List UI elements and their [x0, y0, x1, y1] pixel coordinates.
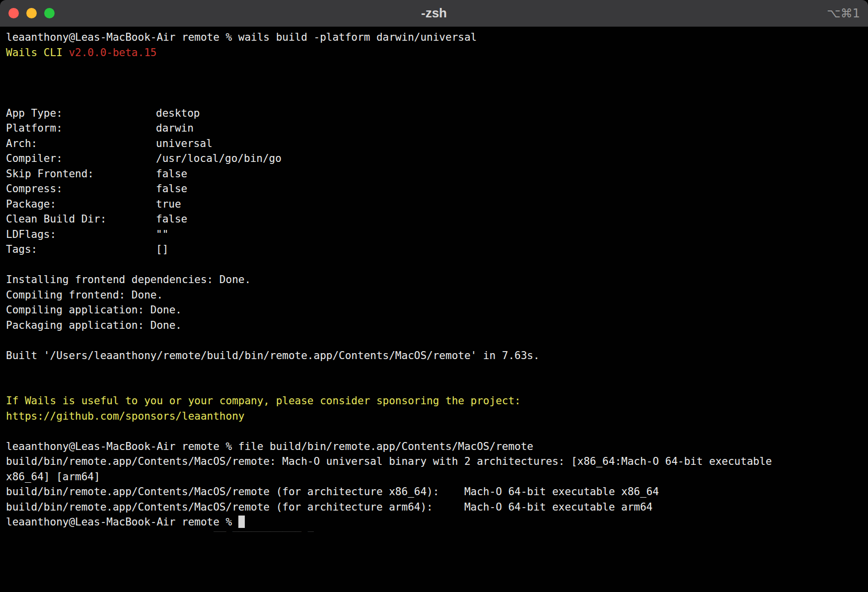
- progress-line-frontend-deps: Installing frontend dependencies: Done.: [6, 272, 862, 288]
- file-output-line-1: build/bin/remote.app/Contents/MacOS/remo…: [6, 454, 862, 469]
- terminal-content[interactable]: leaanthony@Leas-MacBook-Air remote % wai…: [0, 27, 868, 530]
- config-key: LDFlags:: [6, 227, 156, 242]
- config-row-tags: Tags:[]: [6, 242, 862, 257]
- config-key: Compress:: [6, 181, 156, 197]
- blank-line: [6, 60, 862, 75]
- progress-line-compile-frontend: Compiling frontend: Done.: [6, 288, 862, 303]
- config-row-compress: Compress:false: [6, 181, 862, 197]
- wails-version-line: Wails CLI v2.0.0-beta.15: [6, 45, 862, 61]
- minimize-button[interactable]: [26, 8, 37, 18]
- close-button[interactable]: [8, 8, 19, 18]
- config-row-platform: Platform:darwin: [6, 121, 862, 136]
- traffic-lights: [8, 8, 55, 18]
- window-title: -zsh: [0, 5, 868, 21]
- config-key: Clean Build Dir:: [6, 212, 156, 227]
- config-value: /usr/local/go/bin/go: [156, 152, 282, 164]
- config-key: Compiler:: [6, 151, 156, 166]
- tab-shortcut-label: ⌥⌘1: [827, 6, 860, 20]
- sponsor-url-line: https://github.com/sponsors/leaanthony: [6, 409, 862, 424]
- text-cursor: [238, 516, 245, 528]
- file-output-line-1-wrap: x86_64] [arm64]: [6, 469, 862, 485]
- config-key: Platform:: [6, 121, 156, 136]
- blank-line: [6, 333, 862, 348]
- config-value: []: [156, 243, 168, 255]
- config-value: "": [156, 228, 168, 240]
- file-output-line-3: build/bin/remote.app/Contents/MacOS/remo…: [6, 500, 862, 515]
- terminal-window: -zsh ⌥⌘1 leaanthony@Leas-MacBook-Air rem…: [0, 0, 868, 592]
- config-key: Skip Frontend:: [6, 166, 156, 182]
- blank-line: [6, 424, 862, 439]
- progress-line-package-application: Packaging application: Done.: [6, 318, 862, 333]
- blank-line: [6, 90, 862, 106]
- clipped-text-fragment: ▆▆ ▆▆▆▆▆▆▆▆▆▆▆ ▆: [214, 527, 314, 532]
- config-value: desktop: [156, 107, 200, 119]
- file-output-line-2: build/bin/remote.app/Contents/MacOS/remo…: [6, 484, 862, 500]
- config-row-app-type: App Type:desktop: [6, 106, 862, 121]
- config-value: universal: [156, 138, 213, 149]
- config-row-ldflags: LDFlags:"": [6, 227, 862, 242]
- window-titlebar[interactable]: -zsh ⌥⌘1: [0, 0, 868, 27]
- config-row-compiler: Compiler:/usr/local/go/bin/go: [6, 151, 862, 166]
- config-key: Arch:: [6, 136, 156, 151]
- sponsor-message-line: If Wails is useful to you or your compan…: [6, 393, 862, 409]
- config-value: false: [156, 168, 187, 180]
- blank-line: [6, 75, 862, 91]
- built-line: Built '/Users/leaanthony/remote/build/bi…: [6, 348, 862, 364]
- prompt-line-3: leaanthony@Leas-MacBook-Air remote %: [6, 515, 862, 530]
- blank-line: [6, 363, 862, 378]
- wails-cli-version: v2.0.0-beta.15: [69, 47, 156, 59]
- config-key: Tags:: [6, 242, 156, 257]
- blank-line: [6, 257, 862, 273]
- zoom-button[interactable]: [44, 8, 55, 18]
- config-key: App Type:: [6, 106, 156, 121]
- config-row-package: Package:true: [6, 197, 862, 212]
- prompt-line-2: leaanthony@Leas-MacBook-Air remote % fil…: [6, 439, 862, 454]
- config-value: darwin: [156, 122, 194, 134]
- wails-cli-label: Wails CLI: [6, 47, 69, 59]
- config-key: Package:: [6, 197, 156, 212]
- prompt-line-1: leaanthony@Leas-MacBook-Air remote % wai…: [6, 30, 862, 45]
- blank-line: [6, 378, 862, 394]
- config-row-skip-frontend: Skip Frontend:false: [6, 166, 862, 182]
- config-row-clean-build-dir: Clean Build Dir:false: [6, 212, 862, 227]
- config-value: false: [156, 213, 187, 225]
- config-value: false: [156, 183, 187, 195]
- progress-line-compile-application: Compiling application: Done.: [6, 302, 862, 318]
- config-row-arch: Arch:universal: [6, 136, 862, 151]
- prompt-text: leaanthony@Leas-MacBook-Air remote %: [6, 516, 238, 528]
- config-value: true: [156, 198, 181, 210]
